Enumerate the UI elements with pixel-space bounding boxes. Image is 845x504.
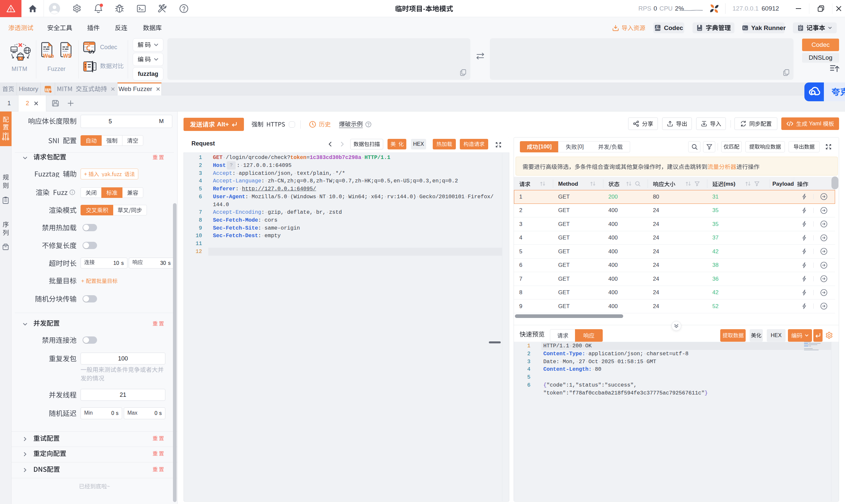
svg-text:10: 10 bbox=[91, 46, 94, 49]
svg-text:WS: WS bbox=[63, 53, 72, 59]
svg-text:C: C bbox=[656, 25, 658, 29]
svg-text:Web: Web bbox=[43, 53, 54, 59]
